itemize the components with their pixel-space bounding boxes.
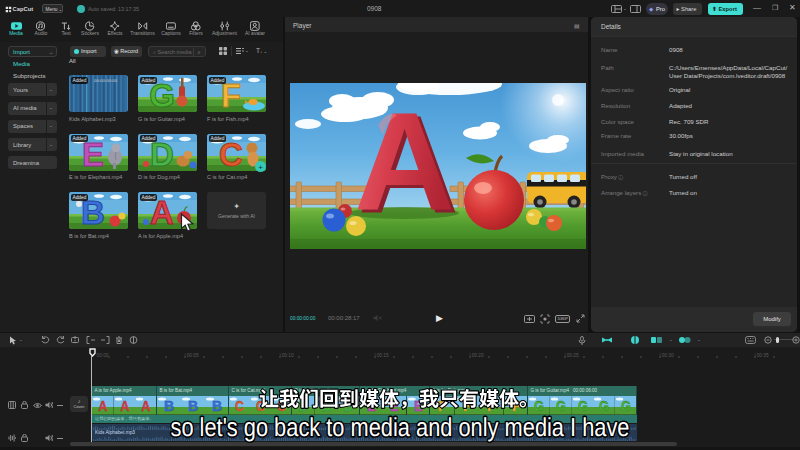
svg-text:A: A bbox=[98, 399, 107, 415]
svg-text:so let's go back to media and: so let's go back to media and only media… bbox=[171, 412, 630, 442]
svg-text:A: A bbox=[142, 399, 151, 415]
svg-text:A: A bbox=[120, 399, 129, 415]
svg-text:A: A bbox=[354, 83, 455, 240]
